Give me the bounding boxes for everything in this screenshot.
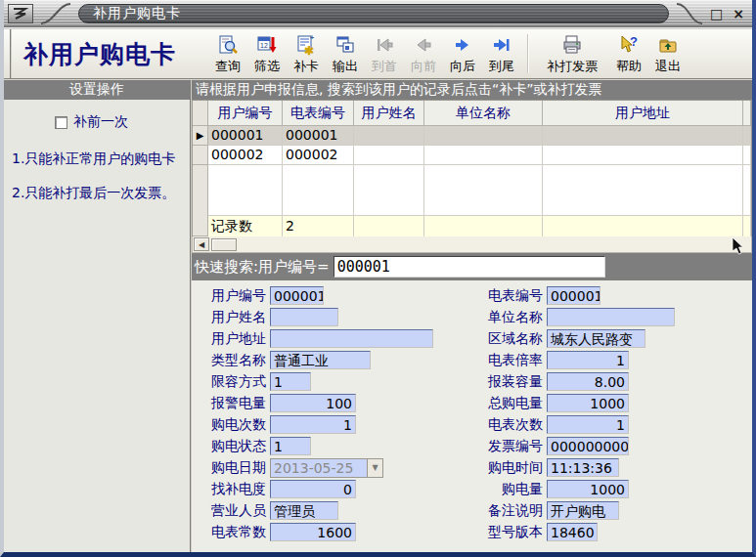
- search-icon: [217, 34, 239, 59]
- cell-meter-id[interactable]: 000001: [283, 126, 354, 146]
- column-header[interactable]: 用户编号: [208, 101, 283, 126]
- toolbar-label: 查询: [215, 60, 241, 73]
- scroll-left-arrow-icon[interactable]: ◀: [194, 237, 209, 251]
- cell-meter-id[interactable]: 000002: [283, 146, 354, 165]
- exit-button[interactable]: 退出: [649, 31, 687, 76]
- go-prev-button[interactable]: 向前: [405, 31, 442, 76]
- filter-button[interactable]: 12 筛选: [248, 31, 286, 76]
- purchase-status-field[interactable]: 1: [270, 437, 311, 455]
- scrollbar-thumb[interactable]: [211, 238, 237, 251]
- field-label: 总购电量: [470, 395, 547, 412]
- output-icon: [334, 34, 356, 59]
- cell-user-name[interactable]: [354, 126, 424, 146]
- toolbar-label: 输出: [333, 60, 358, 73]
- exit-icon: [657, 34, 679, 59]
- title-bar: 补用户购电卡 □ ×: [4, 0, 752, 27]
- svg-text:✱: ✱: [304, 44, 314, 56]
- cell-org-name[interactable]: [424, 146, 543, 165]
- titlebar-swoosh-left: [39, 2, 72, 25]
- quick-search-input[interactable]: [334, 256, 605, 278]
- field-label: 报装容量: [470, 373, 547, 391]
- operator-field[interactable]: 管理员: [270, 501, 338, 520]
- user-name-field[interactable]: [270, 308, 338, 326]
- user-address-field[interactable]: [270, 329, 433, 348]
- cell-user-name[interactable]: [354, 146, 424, 165]
- field-label: 用户地址: [192, 330, 270, 348]
- cell-user-id[interactable]: 000002: [208, 146, 283, 165]
- field-label: 发票编号: [470, 438, 547, 455]
- invoice-icon: [561, 34, 583, 59]
- purchase-count-field[interactable]: 1: [270, 415, 356, 434]
- query-button[interactable]: 查询: [209, 31, 246, 76]
- sidebar-note-2: 2.只能补打最后一次发票。: [4, 175, 190, 209]
- meter-constant-field[interactable]: 1600: [270, 523, 356, 541]
- limit-mode-field[interactable]: 1: [270, 372, 311, 391]
- toolbar-label: 补卡: [293, 60, 319, 73]
- invoice-no-field[interactable]: 0000000001: [547, 437, 629, 455]
- adjust-energy-field[interactable]: 0: [270, 480, 356, 498]
- cell-org-name[interactable]: [424, 126, 543, 146]
- reprint-invoice-button[interactable]: 补打发票: [536, 31, 608, 76]
- column-header[interactable]: 用户姓名: [354, 101, 424, 126]
- toolbar-label: 退出: [655, 60, 681, 73]
- meter-id-field[interactable]: 000001: [547, 286, 600, 305]
- meter-ratio-field[interactable]: 1: [547, 351, 629, 369]
- field-label: 区域名称: [470, 330, 547, 348]
- model-version-field[interactable]: 18460: [547, 523, 598, 541]
- first-icon: [374, 34, 395, 59]
- toolbar-label: 向后: [450, 60, 475, 73]
- go-last-button[interactable]: 到尾: [483, 31, 520, 76]
- main-panel: 请根据用户申报信息, 搜索到该用户的记录后点击“补卡”或补打发票 用户编号 电表…: [192, 80, 752, 552]
- table-row[interactable]: ▶ 000001 000001: [193, 126, 751, 146]
- output-button[interactable]: 输出: [327, 31, 364, 76]
- checkbox-label: 补前一次: [73, 113, 128, 131]
- horizontal-scrollbar[interactable]: ◀: [192, 236, 752, 253]
- field-label: 电表次数: [470, 416, 547, 434]
- installed-capacity-field[interactable]: 8.00: [547, 372, 629, 391]
- cell-partial: [743, 126, 751, 146]
- filter-icon: 12: [256, 34, 278, 59]
- detail-form: 用户编号000001 用户姓名 用户地址 类型名称普通工业 限容方式1 报警电量…: [192, 280, 752, 552]
- alarm-energy-field[interactable]: 100: [270, 394, 356, 412]
- purchase-energy-field[interactable]: 1000: [547, 480, 629, 498]
- field-label: 限容方式: [192, 373, 270, 391]
- field-label: 类型名称: [192, 352, 270, 369]
- record-count-label: 记录数: [208, 215, 283, 236]
- replace-card-button[interactable]: ✱+ 补卡: [288, 31, 325, 76]
- purchase-date-combobox[interactable]: 2013-05-25 ▼: [270, 458, 383, 478]
- cell-address[interactable]: [543, 146, 743, 165]
- column-header[interactable]: 用户地址: [543, 101, 743, 126]
- grid-header-row: 用户编号 电表编号 用户姓名 单位名称 用户地址: [193, 101, 751, 126]
- column-header[interactable]: 单位名称: [424, 101, 543, 126]
- maximize-button[interactable]: □: [710, 6, 723, 21]
- help-button[interactable]: ? 帮助: [610, 31, 647, 76]
- purchase-time-field[interactable]: 11:13:36: [547, 458, 619, 477]
- cell-address[interactable]: [543, 126, 743, 146]
- grid-footer-row: 记录数 2: [193, 215, 751, 236]
- region-name-field[interactable]: 城东人民路变: [547, 329, 645, 348]
- quick-search-bar: 快速搜索:用户编号=: [192, 253, 752, 280]
- record-count-value: 2: [283, 215, 354, 236]
- row-selector: [193, 146, 208, 165]
- remark-field[interactable]: 开户购电: [547, 501, 619, 520]
- total-energy-field[interactable]: 1000: [547, 394, 629, 412]
- close-button[interactable]: ×: [733, 6, 744, 21]
- column-header[interactable]: 电表编号: [283, 101, 354, 126]
- next-icon: [452, 34, 473, 59]
- cell-user-id[interactable]: 000001: [208, 126, 283, 146]
- svg-text:12: 12: [260, 42, 268, 49]
- field-label: 型号版本: [470, 524, 547, 541]
- user-grid: 用户编号 电表编号 用户姓名 单位名称 用户地址 ▶ 000001 000001: [192, 100, 752, 236]
- table-row[interactable]: 000002 000002: [193, 146, 751, 165]
- org-name-field[interactable]: [547, 308, 675, 326]
- field-label: 购电状态: [192, 438, 270, 455]
- field-label: 备注说明: [470, 502, 547, 520]
- go-next-button[interactable]: 向后: [444, 31, 481, 76]
- meter-count-field[interactable]: 1: [547, 415, 629, 434]
- user-id-field[interactable]: 000001: [270, 286, 324, 305]
- type-name-field[interactable]: 普通工业: [270, 351, 371, 369]
- sidebar-header: 设置操作: [4, 80, 190, 100]
- go-first-button[interactable]: 到首: [366, 31, 403, 76]
- chevron-down-icon[interactable]: ▼: [367, 459, 382, 477]
- redo-previous-checkbox[interactable]: [55, 116, 67, 129]
